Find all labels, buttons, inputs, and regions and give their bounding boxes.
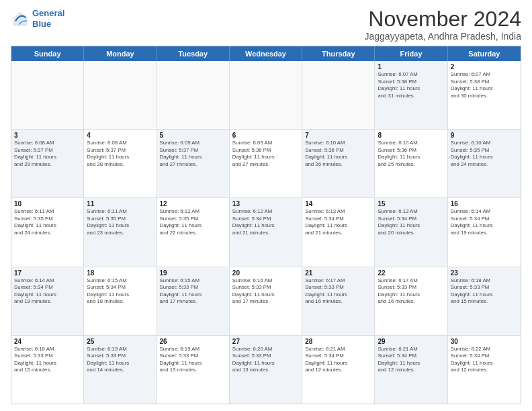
day-number: 30 [451, 338, 518, 345]
day-number: 20 [232, 269, 299, 277]
day-info: Sunrise: 6:20 AM Sunset: 5:33 PM Dayligh… [232, 346, 299, 374]
day-number: 6 [232, 132, 299, 139]
day-number: 25 [87, 338, 153, 345]
day-number: 29 [378, 338, 444, 345]
day-number: 15 [378, 200, 444, 208]
day-info: Sunrise: 6:07 AM Sunset: 5:38 PM Dayligh… [451, 71, 518, 99]
day-cell-3: 3Sunrise: 6:08 AM Sunset: 5:37 PM Daylig… [11, 130, 84, 197]
day-info: Sunrise: 6:15 AM Sunset: 5:34 PM Dayligh… [87, 277, 153, 306]
week-row-1: 1Sunrise: 6:07 AM Sunset: 5:38 PM Daylig… [11, 61, 521, 130]
header: General Blue November 2024 Jaggayyapeta,… [11, 8, 521, 42]
day-info: Sunrise: 6:07 AM Sunset: 5:38 PM Dayligh… [378, 71, 444, 99]
day-number: 12 [160, 200, 226, 208]
day-number: 7 [305, 132, 371, 139]
day-info: Sunrise: 6:19 AM Sunset: 5:33 PM Dayligh… [87, 346, 153, 374]
week-row-3: 10Sunrise: 6:11 AM Sunset: 5:35 PM Dayli… [11, 198, 521, 267]
day-info: Sunrise: 6:18 AM Sunset: 5:33 PM Dayligh… [14, 346, 81, 374]
day-number: 2 [451, 63, 518, 71]
day-number: 24 [14, 338, 81, 345]
day-number: 3 [14, 132, 81, 139]
day-info: Sunrise: 6:21 AM Sunset: 5:34 PM Dayligh… [378, 346, 444, 374]
day-number: 28 [305, 338, 371, 345]
header-day-saturday: Saturday [448, 46, 521, 61]
day-number: 9 [451, 132, 518, 139]
day-info: Sunrise: 6:14 AM Sunset: 5:34 PM Dayligh… [14, 277, 81, 306]
empty-cell [157, 61, 230, 129]
week-row-2: 3Sunrise: 6:08 AM Sunset: 5:37 PM Daylig… [11, 130, 521, 198]
day-number: 16 [451, 200, 518, 208]
day-info: Sunrise: 6:10 AM Sunset: 5:35 PM Dayligh… [451, 140, 518, 168]
day-cell-2: 2Sunrise: 6:07 AM Sunset: 5:38 PM Daylig… [448, 61, 521, 129]
title-block: November 2024 Jaggayyapeta, Andhra Prade… [364, 8, 521, 42]
empty-cell [230, 61, 302, 129]
day-cell-21: 21Sunrise: 6:17 AM Sunset: 5:33 PM Dayli… [302, 267, 375, 335]
day-cell-9: 9Sunrise: 6:10 AM Sunset: 5:35 PM Daylig… [448, 130, 521, 197]
calendar-body: 1Sunrise: 6:07 AM Sunset: 5:38 PM Daylig… [11, 61, 521, 404]
day-info: Sunrise: 6:13 AM Sunset: 5:34 PM Dayligh… [305, 208, 371, 236]
day-number: 13 [232, 200, 299, 208]
day-number: 19 [160, 269, 226, 277]
day-info: Sunrise: 6:14 AM Sunset: 5:34 PM Dayligh… [451, 208, 518, 236]
day-info: Sunrise: 6:08 AM Sunset: 5:37 PM Dayligh… [87, 140, 153, 168]
header-day-sunday: Sunday [11, 46, 84, 61]
location-title: Jaggayyapeta, Andhra Pradesh, India [364, 31, 521, 42]
day-cell-14: 14Sunrise: 6:13 AM Sunset: 5:34 PM Dayli… [302, 198, 375, 266]
day-info: Sunrise: 6:21 AM Sunset: 5:34 PM Dayligh… [305, 346, 371, 374]
day-number: 1 [378, 63, 444, 71]
header-day-monday: Monday [84, 46, 157, 61]
day-cell-5: 5Sunrise: 6:09 AM Sunset: 5:37 PM Daylig… [157, 130, 230, 197]
day-info: Sunrise: 6:19 AM Sunset: 5:33 PM Dayligh… [160, 346, 226, 374]
empty-cell [11, 61, 84, 129]
empty-cell [302, 61, 375, 129]
day-cell-7: 7Sunrise: 6:10 AM Sunset: 5:36 PM Daylig… [302, 130, 375, 197]
day-info: Sunrise: 6:11 AM Sunset: 5:35 PM Dayligh… [14, 208, 81, 236]
week-row-5: 24Sunrise: 6:18 AM Sunset: 5:33 PM Dayli… [11, 336, 521, 404]
header-day-thursday: Thursday [302, 46, 375, 61]
day-cell-6: 6Sunrise: 6:09 AM Sunset: 5:36 PM Daylig… [230, 130, 302, 197]
day-number: 8 [378, 132, 444, 139]
day-number: 11 [87, 200, 153, 208]
day-cell-13: 13Sunrise: 6:12 AM Sunset: 5:34 PM Dayli… [230, 198, 302, 266]
day-cell-17: 17Sunrise: 6:14 AM Sunset: 5:34 PM Dayli… [11, 267, 84, 335]
day-info: Sunrise: 6:10 AM Sunset: 5:36 PM Dayligh… [378, 140, 444, 168]
day-cell-20: 20Sunrise: 6:16 AM Sunset: 5:33 PM Dayli… [230, 267, 302, 335]
header-day-wednesday: Wednesday [230, 46, 302, 61]
day-number: 14 [305, 200, 371, 208]
day-number: 17 [14, 269, 81, 277]
day-info: Sunrise: 6:09 AM Sunset: 5:37 PM Dayligh… [160, 140, 226, 168]
day-cell-27: 27Sunrise: 6:20 AM Sunset: 5:33 PM Dayli… [230, 336, 302, 404]
day-info: Sunrise: 6:13 AM Sunset: 5:34 PM Dayligh… [378, 208, 444, 236]
day-cell-26: 26Sunrise: 6:19 AM Sunset: 5:33 PM Dayli… [157, 336, 230, 404]
day-number: 27 [232, 338, 299, 345]
day-number: 4 [87, 132, 153, 139]
day-info: Sunrise: 6:18 AM Sunset: 5:33 PM Dayligh… [451, 277, 518, 306]
day-cell-12: 12Sunrise: 6:12 AM Sunset: 5:35 PM Dayli… [157, 198, 230, 266]
day-cell-1: 1Sunrise: 6:07 AM Sunset: 5:38 PM Daylig… [375, 61, 447, 129]
logo-blue: Blue [32, 19, 51, 29]
day-info: Sunrise: 6:16 AM Sunset: 5:33 PM Dayligh… [232, 277, 299, 306]
day-info: Sunrise: 6:09 AM Sunset: 5:36 PM Dayligh… [232, 140, 299, 168]
day-number: 18 [87, 269, 153, 277]
day-number: 10 [14, 200, 81, 208]
day-info: Sunrise: 6:17 AM Sunset: 5:33 PM Dayligh… [378, 277, 444, 306]
day-number: 26 [160, 338, 226, 345]
day-cell-30: 30Sunrise: 6:22 AM Sunset: 5:34 PM Dayli… [448, 336, 521, 404]
header-day-friday: Friday [375, 46, 447, 61]
logo-text: General Blue [32, 8, 64, 29]
day-cell-24: 24Sunrise: 6:18 AM Sunset: 5:33 PM Dayli… [11, 336, 84, 404]
calendar-header: SundayMondayTuesdayWednesdayThursdayFrid… [11, 46, 521, 61]
logo-icon [11, 9, 30, 28]
day-cell-10: 10Sunrise: 6:11 AM Sunset: 5:35 PM Dayli… [11, 198, 84, 266]
day-cell-29: 29Sunrise: 6:21 AM Sunset: 5:34 PM Dayli… [375, 336, 447, 404]
day-info: Sunrise: 6:12 AM Sunset: 5:35 PM Dayligh… [160, 208, 226, 236]
day-info: Sunrise: 6:12 AM Sunset: 5:34 PM Dayligh… [232, 208, 299, 236]
header-day-tuesday: Tuesday [157, 46, 230, 61]
day-cell-23: 23Sunrise: 6:18 AM Sunset: 5:33 PM Dayli… [448, 267, 521, 335]
day-info: Sunrise: 6:15 AM Sunset: 5:33 PM Dayligh… [160, 277, 226, 306]
day-cell-11: 11Sunrise: 6:11 AM Sunset: 5:35 PM Dayli… [84, 198, 157, 266]
day-cell-4: 4Sunrise: 6:08 AM Sunset: 5:37 PM Daylig… [84, 130, 157, 197]
day-cell-15: 15Sunrise: 6:13 AM Sunset: 5:34 PM Dayli… [375, 198, 447, 266]
day-info: Sunrise: 6:10 AM Sunset: 5:36 PM Dayligh… [305, 140, 371, 168]
calendar: SundayMondayTuesdayWednesdayThursdayFrid… [11, 46, 521, 404]
empty-cell [84, 61, 157, 129]
